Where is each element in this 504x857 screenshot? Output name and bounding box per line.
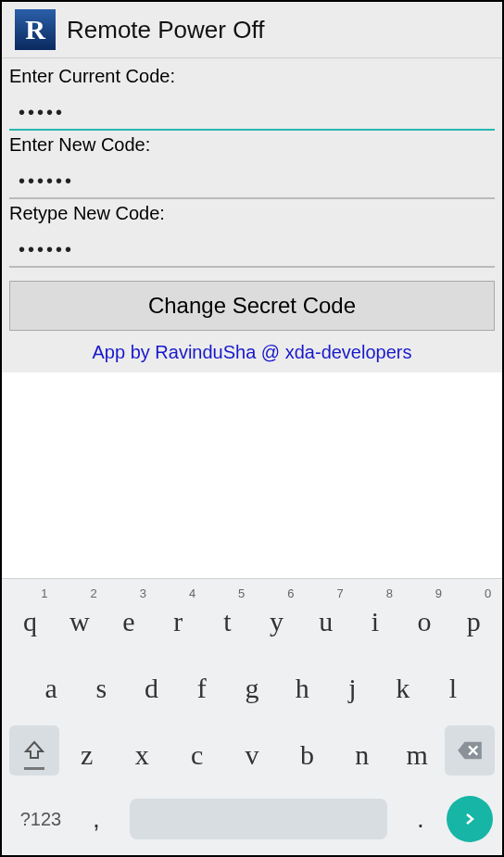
new-code-input[interactable]: •••••• — [9, 163, 495, 199]
current-code-label: Enter Current Code: — [9, 66, 495, 87]
key-d[interactable]: d — [129, 659, 175, 718]
current-code-row: Enter Current Code: ••••• — [2, 62, 502, 131]
key-l[interactable]: l — [430, 659, 476, 718]
retype-code-label: Retype New Code: — [9, 203, 495, 224]
change-secret-code-button[interactable]: Change Secret Code — [9, 281, 495, 331]
key-s[interactable]: s — [78, 659, 124, 718]
backspace-icon — [456, 740, 484, 761]
retype-code-row: Retype New Code: •••••• — [2, 199, 502, 268]
comma-key[interactable]: , — [76, 796, 117, 842]
key-m[interactable]: m — [394, 725, 440, 785]
key-j[interactable]: j — [329, 659, 375, 718]
key-n[interactable]: n — [339, 725, 385, 785]
key-f[interactable]: f — [179, 659, 225, 718]
key-q[interactable]: q1 — [7, 592, 54, 651]
app-icon-letter: R — [25, 14, 45, 45]
new-code-row: Enter New Code: •••••• — [2, 131, 502, 199]
retype-code-input[interactable]: •••••• — [9, 232, 495, 268]
shift-icon — [23, 739, 45, 762]
current-code-input[interactable]: ••••• — [9, 95, 495, 131]
key-o[interactable]: o9 — [401, 592, 447, 651]
key-u[interactable]: u7 — [303, 592, 349, 651]
enter-key[interactable] — [447, 796, 493, 842]
period-key[interactable]: . — [400, 796, 441, 842]
key-t[interactable]: t5 — [204, 592, 250, 651]
title-bar: R Remote Power Off — [2, 2, 502, 58]
app-icon: R — [15, 9, 56, 50]
new-code-label: Enter New Code: — [9, 134, 495, 156]
symbols-key[interactable]: ?123 — [11, 796, 70, 842]
shift-key[interactable] — [9, 725, 59, 775]
blank-area — [2, 372, 502, 578]
key-a[interactable]: a — [28, 659, 74, 718]
key-k[interactable]: k — [380, 659, 426, 718]
chevron-right-icon — [462, 812, 477, 826]
credit-text: App by RavinduSha @ xda-developers — [2, 338, 502, 372]
key-y[interactable]: y6 — [254, 592, 300, 651]
key-z[interactable]: z — [64, 725, 110, 785]
content-area: Enter Current Code: ••••• Enter New Code… — [2, 58, 502, 855]
key-i[interactable]: i8 — [352, 592, 398, 651]
key-g[interactable]: g — [229, 659, 275, 718]
app-title: Remote Power Off — [67, 16, 264, 44]
key-v[interactable]: v — [229, 725, 275, 785]
spacebar-key[interactable] — [130, 799, 387, 839]
key-e[interactable]: e3 — [106, 592, 152, 651]
key-r[interactable]: r4 — [155, 592, 201, 651]
soft-keyboard: q1w2e3r4t5y6u7i8o9p0 asdfghjkl zxcvbnm ?… — [2, 578, 502, 855]
key-x[interactable]: x — [119, 725, 165, 785]
key-b[interactable]: b — [284, 725, 330, 785]
key-c[interactable]: c — [174, 725, 220, 785]
key-p[interactable]: p0 — [450, 592, 497, 651]
backspace-key[interactable] — [445, 725, 495, 775]
key-w[interactable]: w2 — [57, 592, 103, 651]
key-h[interactable]: h — [279, 659, 325, 718]
